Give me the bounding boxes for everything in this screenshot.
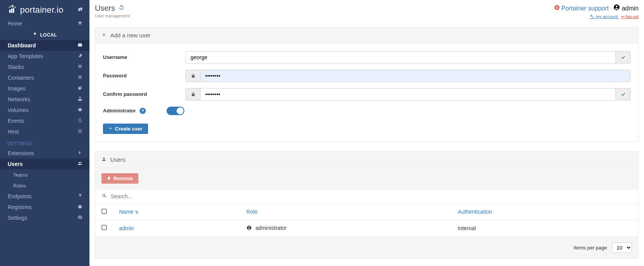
sidebar-item-images[interactable]: Images <box>0 83 89 94</box>
list-icon <box>77 64 83 70</box>
password-input[interactable] <box>200 70 631 82</box>
sidebar-item-teams[interactable]: Teams <box>0 169 89 180</box>
user-circle-icon <box>246 226 253 232</box>
sidebar-item-label: Networks <box>8 96 30 102</box>
sidebar-item-label: Images <box>8 85 25 92</box>
sidebar-item-label: Stacks <box>8 64 24 70</box>
username-valid-icon <box>616 51 631 64</box>
wrench-icon: 🔧 <box>590 14 595 19</box>
sidebar-item-roles[interactable]: Roles <box>0 180 89 191</box>
svg-rect-1 <box>11 9 13 13</box>
sidebar-item-registries[interactable]: Registries <box>0 202 89 212</box>
sidebar-item-label: Registries <box>8 204 32 210</box>
sidebar-item-app-templates[interactable]: App Templates <box>0 51 89 62</box>
confirm-label: Confirm password <box>103 91 185 97</box>
create-user-button[interactable]: Create user <box>103 124 148 134</box>
sidebar-item-label: Settings <box>8 215 27 221</box>
bolt-icon <box>77 150 83 156</box>
sidebar-header-local: LOCAL <box>0 29 89 40</box>
support-link[interactable]: Portainer support <box>554 4 609 13</box>
user-icon <box>101 156 106 163</box>
confirm-valid-icon <box>616 88 631 100</box>
users-icon <box>77 161 83 167</box>
svg-rect-2 <box>13 8 14 13</box>
log-out-link[interactable]: ↩ log out <box>621 14 639 19</box>
sidebar-item-label: Roles <box>13 183 26 189</box>
lifebuoy-icon <box>554 4 560 13</box>
plus-icon <box>101 32 106 38</box>
user-circle-icon <box>613 4 620 13</box>
add-user-panel: Add a new user Username Password <box>95 27 639 142</box>
sidebar-item-label: Users <box>8 161 23 167</box>
administrator-toggle[interactable] <box>167 107 184 115</box>
sidebar-item-networks[interactable]: Networks <box>0 94 89 105</box>
paging-select[interactable]: 10 <box>612 243 632 253</box>
search-input[interactable] <box>111 193 632 199</box>
sidebar-item-label: Events <box>8 118 24 124</box>
plug-icon <box>32 32 39 38</box>
sidebar-item-containers[interactable]: Containers <box>0 72 89 83</box>
sidebar-item-label: Dashboard <box>8 42 36 49</box>
sidebar-item-dashboard[interactable]: Dashboard <box>0 40 89 51</box>
username-label: admin <box>622 4 639 13</box>
sidebar-item-label: Volumes <box>8 107 29 113</box>
column-auth[interactable]: Authentication <box>452 204 638 220</box>
username-input[interactable] <box>185 51 616 64</box>
search-icon <box>101 193 107 200</box>
sidebar-header-settings: SETTINGS <box>0 137 89 148</box>
user-role-value: administrator <box>256 225 287 231</box>
username-label: Username <box>103 54 185 60</box>
help-icon[interactable]: ? <box>140 108 146 114</box>
confirm-input[interactable] <box>200 88 616 100</box>
password-row: Password <box>103 70 631 82</box>
lock-icon <box>185 70 200 82</box>
list-icon <box>77 75 83 81</box>
sidebar-toggle-icon[interactable] <box>77 6 83 13</box>
sidebar-item-label: Host <box>8 129 19 135</box>
row-checkbox[interactable] <box>101 225 107 230</box>
confirm-row: Confirm password <box>103 88 631 100</box>
sidebar: portainer.io Home LOCAL Dashboard <box>0 0 89 266</box>
sidebar-item-users[interactable]: Users <box>0 159 89 169</box>
sidebar-item-label: Home <box>8 20 22 27</box>
column-role[interactable]: Role <box>240 204 452 220</box>
remove-button[interactable]: Remove <box>101 173 138 184</box>
username-row: Username <box>103 51 631 64</box>
refresh-icon[interactable] <box>118 4 125 13</box>
sidebar-item-events[interactable]: Events <box>0 115 89 126</box>
sidebar-item-endpoints[interactable]: Endpoints <box>0 191 89 202</box>
sidebar-item-label: Teams <box>13 172 28 178</box>
search-row <box>95 189 638 204</box>
main-content: Users User management Portainer support <box>89 0 644 266</box>
column-name[interactable]: Name ⇅ <box>113 204 240 220</box>
sidebar-item-settings[interactable]: Settings <box>0 212 89 223</box>
plug-icon <box>77 193 83 199</box>
sidebar-item-extensions[interactable]: Extensions <box>0 148 89 159</box>
lock-icon <box>185 88 200 100</box>
user-name-link[interactable]: admin <box>119 225 134 231</box>
my-account-link[interactable]: 🔧 my account <box>590 14 619 19</box>
page-subtitle: User management <box>95 13 130 18</box>
trash-icon <box>107 176 111 181</box>
page-header: Users User management Portainer support <box>89 0 644 22</box>
sidebar-item-volumes[interactable]: Volumes <box>0 105 89 115</box>
sidebar-item-label: Endpoints <box>8 193 32 199</box>
home-icon <box>77 20 83 27</box>
user-auth-value: Internal <box>452 220 638 236</box>
select-all-checkbox[interactable] <box>101 209 107 214</box>
table-row: admin administrator Internal <box>95 220 638 236</box>
rocket-icon <box>77 53 83 59</box>
tachometer-icon <box>77 42 83 49</box>
database-icon <box>77 204 83 210</box>
page-title: Users <box>95 4 130 13</box>
sidebar-item-host[interactable]: Host <box>0 126 89 137</box>
brand-area: portainer.io <box>0 0 89 18</box>
history-icon <box>77 118 83 124</box>
add-user-panel-header: Add a new user <box>95 27 638 43</box>
sidebar-item-home[interactable]: Home <box>0 18 89 29</box>
brand-text: portainer.io <box>20 5 63 15</box>
users-panel-header: Users <box>95 152 638 168</box>
sidebar-item-stacks[interactable]: Stacks <box>0 62 89 72</box>
administrator-row: Administrator ? <box>103 107 631 115</box>
users-panel-title: Users <box>110 156 125 163</box>
